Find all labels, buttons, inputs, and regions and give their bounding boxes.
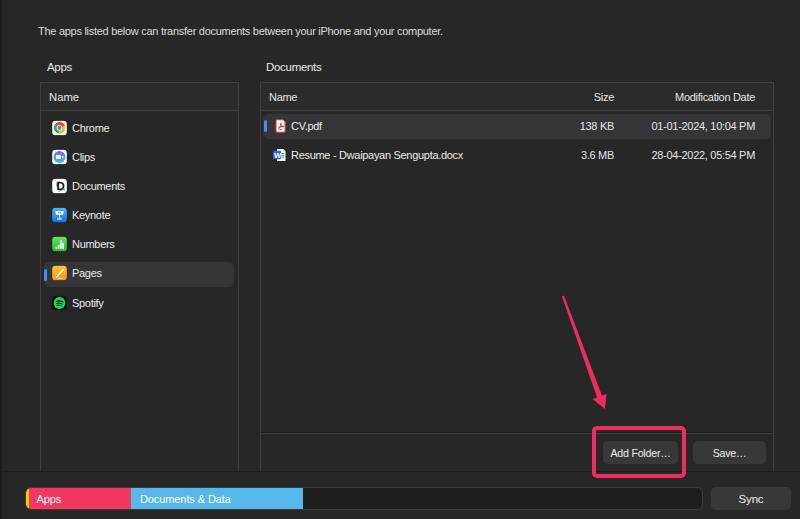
- svg-text:W: W: [274, 151, 282, 160]
- svg-text:D: D: [56, 180, 64, 192]
